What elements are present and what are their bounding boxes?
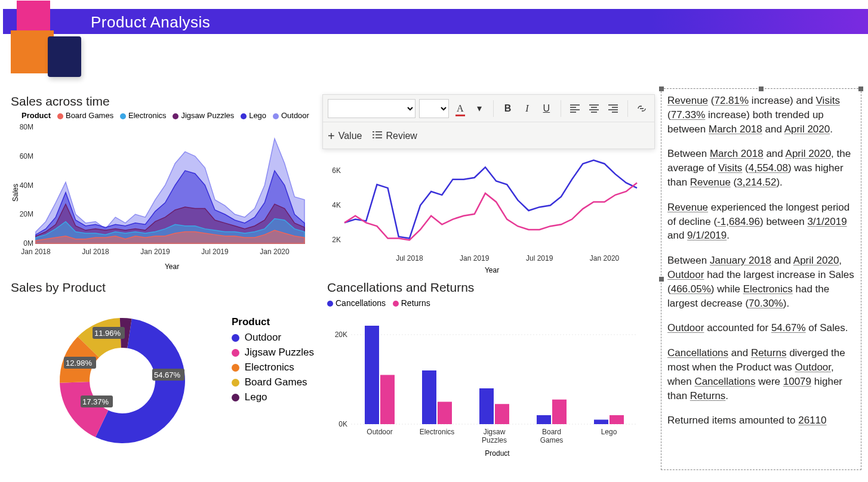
svg-text:Jul 2019: Jul 2019 [526,254,553,262]
page-title: Product Analysis [91,13,210,32]
svg-rect-33 [438,402,452,425]
donut-chart-svg: 54.67%17.37%12.98%11.96% [11,297,220,458]
donut-legend: Product Outdoor Jigsaw Puzzles Electroni… [232,316,314,406]
svg-rect-37 [552,400,567,424]
chart-legend: Cancellations Returns [327,298,652,308]
svg-rect-35 [495,404,509,424]
svg-text:Electronics: Electronics [420,428,455,436]
insight-paragraph: Between January 2018 and April 2020, Out… [667,254,856,310]
svg-rect-30 [365,326,379,424]
font-size-select[interactable] [419,99,449,118]
insight-paragraph: Revenue experienced the longest period o… [667,200,856,243]
svg-text:Jul 2018: Jul 2018 [82,248,109,256]
svg-text:11.96%: 11.96% [94,329,121,338]
svg-text:Puzzles: Puzzles [482,436,507,444]
svg-text:Jan 2020: Jan 2020 [260,248,290,256]
svg-text:Jan 2020: Jan 2020 [590,254,620,262]
svg-text:Outdoor: Outdoor [367,428,392,436]
svg-text:Jul 2018: Jul 2018 [396,254,423,262]
svg-rect-36 [537,415,551,424]
revenue-visits-chart[interactable]: 2K4K6K Jul 2018Jan 2019Jul 2019Jan 2020 … [322,150,647,278]
svg-text:Year: Year [485,266,499,274]
svg-text:54.67%: 54.67% [154,370,181,379]
align-right-button[interactable] [605,100,621,118]
line-chart-svg: 2K4K6K Jul 2018Jan 2019Jul 2019Jan 2020 … [322,150,647,276]
svg-rect-32 [422,370,436,424]
bold-button[interactable]: B [500,100,515,118]
smart-narrative[interactable]: Revenue (72.81% increase) and Visits (77… [667,94,858,466]
svg-text:80M: 80M [20,123,33,131]
svg-text:0M: 0M [23,239,33,248]
align-left-button[interactable] [567,100,583,118]
sales-by-product-chart[interactable]: Sales by Product 54.67%17.37%12.98%11.96… [11,280,315,461]
bar-chart-svg: 0K20K OutdoorElectronicsJigsawPuzzlesBoa… [327,308,652,457]
svg-text:20K: 20K [335,330,347,339]
area-chart-svg: 0M20M40M60M80M Jan 2018Jul 2018Jan 2019J… [11,121,315,270]
svg-text:12.98%: 12.98% [66,359,93,367]
svg-text:60M: 60M [20,152,33,160]
svg-text:Games: Games [540,436,564,444]
logo [11,2,82,73]
list-icon [373,131,382,141]
align-center-button[interactable] [586,100,602,118]
underline-button[interactable]: U [538,100,554,118]
review-button[interactable]: Review [373,131,417,141]
svg-rect-31 [380,375,395,425]
insight-paragraph: Revenue (72.81% increase) and Visits (77… [667,94,856,136]
font-family-select[interactable] [328,99,415,118]
svg-text:Jan 2018: Jan 2018 [21,248,51,256]
add-value-button[interactable]: +Value [328,129,362,143]
svg-text:Sales: Sales [11,184,20,202]
svg-text:Jan 2019: Jan 2019 [140,248,170,256]
svg-text:20M: 20M [20,210,33,218]
link-button[interactable] [634,100,650,118]
svg-rect-39 [610,415,624,424]
svg-text:6K: 6K [332,166,341,175]
svg-text:0K: 0K [338,420,347,428]
chart-legend: Product Board Games Electronics Jigsaw P… [21,111,315,120]
chart-title: Sales across time [11,94,315,109]
svg-text:Product: Product [485,449,510,457]
svg-text:4K: 4K [332,201,341,209]
insight-paragraph: Between March 2018 and April 2020, the a… [667,147,856,189]
svg-text:40M: 40M [20,181,33,190]
sales-across-time-chart[interactable]: Sales across time Product Board Games El… [11,94,315,273]
cancellations-returns-chart[interactable]: Cancellations and Returns Cancellations … [327,280,652,459]
svg-text:Lego: Lego [601,428,617,436]
svg-text:Jigsaw: Jigsaw [484,428,506,436]
chart-title: Cancellations and Returns [327,280,652,295]
svg-text:2K: 2K [332,236,341,244]
font-color-button[interactable]: A [453,100,468,118]
svg-text:Jan 2019: Jan 2019 [460,254,490,262]
insight-paragraph: Outdoor accounted for 54.67% of Sales. [667,321,856,335]
insight-paragraph: Returned items amounted to 26110 [667,413,856,428]
svg-rect-34 [479,388,494,424]
chevron-down-icon[interactable]: ▾ [472,100,487,118]
svg-text:Jul 2019: Jul 2019 [201,248,229,256]
svg-rect-38 [594,420,608,425]
floating-toolbar: A ▾ B I U +Value Review [322,94,655,149]
chart-title: Sales by Product [11,280,315,295]
plus-icon: + [328,129,335,143]
insight-paragraph: Cancellations and Returns diverged the m… [667,346,856,403]
svg-text:17.37%: 17.37% [82,397,109,406]
svg-text:Board: Board [542,428,561,436]
italic-button[interactable]: I [519,100,535,118]
svg-text:Year: Year [165,262,179,270]
